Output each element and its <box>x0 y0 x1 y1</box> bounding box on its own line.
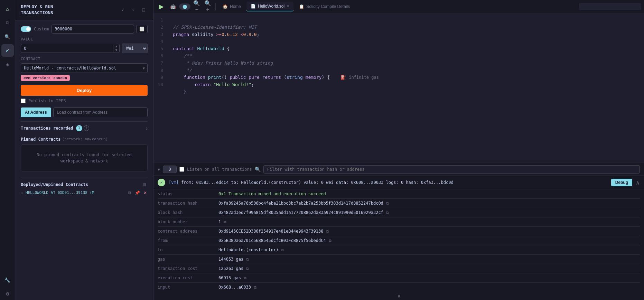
tx-toolbar: ▾ 0 Listen on all transactions 🔍 <box>153 163 644 176</box>
copy-from-icon[interactable]: ⧉ <box>329 238 332 243</box>
tx-search-icon[interactable]: 🔍 <box>255 167 261 172</box>
value-spinner: ▲ ▼ <box>113 45 119 52</box>
tx-row-blockhash: block hash 0x482ad3ed7f99a815df8035add1a… <box>158 208 640 217</box>
deployed-item-label[interactable]: HELLOWORLD AT 0XD91...39138 (M <box>26 190 125 195</box>
sidebar-icons: ⌂ ⧉ 🔍 ✔ ◈ 🔧 ⚙ <box>0 0 15 300</box>
tx-filter-input[interactable] <box>263 165 640 174</box>
debug-button[interactable]: Debug <box>611 179 632 186</box>
code-area[interactable]: 12345678910 // SPDX-License-Identifier: … <box>153 13 644 163</box>
field-input: input <box>158 285 213 290</box>
code-content: // SPDX-License-Identifier: MIT pragma s… <box>167 13 384 106</box>
field-execost: execution cost <box>158 275 213 280</box>
sidebar-icon-settings[interactable]: ⚙ <box>1 288 14 300</box>
home-tab-icon: 🏠 <box>223 4 228 9</box>
publish-row: Publish to IPFS <box>21 99 148 103</box>
value-row: ▲ ▼ Wei Gwei Ether <box>21 44 148 53</box>
listen-checkbox[interactable] <box>179 167 184 172</box>
delete-deployed-button[interactable]: ✕ <box>143 190 148 196</box>
value-blockhash: 0x482ad3ed7f99a815df8035add1a177208862da… <box>218 210 389 215</box>
sidebar-icon-files[interactable]: ⧉ <box>1 17 14 29</box>
zoom-in-icon[interactable]: 🔍+ <box>203 2 213 11</box>
tx-status-icon: ✓ <box>158 179 165 186</box>
toggle-pill[interactable]: ⬤ <box>179 3 190 10</box>
copy-blocknum-icon[interactable]: ⧉ <box>224 220 226 224</box>
pin-icon[interactable]: 📌 <box>134 190 141 196</box>
transactions-chevron[interactable]: › <box>146 125 148 131</box>
sidebar-icon-git[interactable]: ◈ <box>1 58 14 71</box>
field-txhash: transaction hash <box>158 201 213 206</box>
spinner-up[interactable]: ▲ <box>113 45 119 48</box>
custom-row: Custom ⬜ <box>21 25 148 34</box>
transactions-label: Transactions recorded <box>21 126 73 131</box>
tx-row-contractaddr: contract address 0xd9145CCE52D386f254917… <box>158 227 640 236</box>
layout-icon[interactable]: ⊡ <box>139 6 148 14</box>
run-button[interactable]: ▶ <box>156 1 167 12</box>
unit-select[interactable]: Wei Gwei Ether <box>122 44 148 53</box>
tx-collapse-button[interactable]: ∧ <box>636 179 640 186</box>
copy-to-icon[interactable]: ⧉ <box>281 248 284 252</box>
publish-label: Publish to IPFS <box>28 99 66 103</box>
arrow-icon[interactable]: › <box>129 6 137 14</box>
panel-content: Custom ⬜ VALUE ▲ ▼ Wei Gwei Ether C <box>15 20 153 206</box>
copy-contractaddr-icon[interactable]: ⧉ <box>326 229 329 234</box>
tab-compile-details[interactable]: 📋 Solidity Compile Details <box>295 2 354 11</box>
info-icon[interactable]: i <box>84 125 89 131</box>
load-contract-button[interactable]: Load contract from Address <box>53 107 148 117</box>
main-area: ▶ 🤖 ⬤ 🔍− 🔍+ 🏠 Home 📄 HelloWorld.sol ✕ 📋 … <box>153 0 644 300</box>
field-gas: gas <box>158 257 213 262</box>
panel-header: DEPLOY & RUN TRANSACTIONS ✓ › ⊡ <box>15 0 153 20</box>
expand-more-button[interactable]: ∨ <box>153 292 644 300</box>
field-blocknum: block number <box>158 219 213 224</box>
copy-execost-icon[interactable]: ⧉ <box>244 276 246 280</box>
expand-icon[interactable]: › <box>21 190 24 196</box>
contract-select[interactable]: HelloWorld - contracts/HelloWorld.sol <box>21 63 148 73</box>
copy-input-icon[interactable]: ⧉ <box>254 285 256 290</box>
panel-header-actions: ✓ › ⊡ <box>119 6 148 14</box>
tx-summary-text: from: 0x5B3...eddC4 to: HelloWorld.(cons… <box>181 180 453 185</box>
at-address-button[interactable]: At Address <box>21 107 51 117</box>
evm-badge: evm version: cancun <box>21 75 70 81</box>
value-to: HelloWorld.(constructor) ⧉ <box>218 247 284 252</box>
minimap <box>579 3 641 10</box>
transactions-section: Transactions recorded 1 i › <box>21 121 148 135</box>
custom-toggle[interactable] <box>21 26 31 32</box>
copy-txcost-icon[interactable]: ⧉ <box>246 266 249 271</box>
tab-home[interactable]: 🏠 Home <box>218 2 245 11</box>
robot-icon[interactable]: 🤖 <box>168 2 178 11</box>
tx-details-grid: status 0x1 Transaction mined and executi… <box>153 189 644 292</box>
copy-gas-icon[interactable]: ⧉ <box>246 257 249 262</box>
pinned-empty: No pinned contracts found for selected w… <box>21 144 148 171</box>
spinner-down[interactable]: ▼ <box>113 48 119 52</box>
value-txcost: 125263 gas ⧉ <box>218 266 249 271</box>
tx-row-blocknum: block number 1 ⧉ <box>158 217 640 227</box>
sidebar-icon-tools[interactable]: 🔧 <box>1 274 14 286</box>
tab-close-icon[interactable]: ✕ <box>287 4 289 8</box>
deploy-button[interactable]: Deploy <box>21 85 148 96</box>
copy-blockhash-icon[interactable]: ⧉ <box>386 210 389 215</box>
value-input[interactable] <box>21 44 113 53</box>
trash-icon[interactable]: 🗑 <box>142 181 148 188</box>
check-icon[interactable]: ✓ <box>119 6 127 14</box>
value-contractaddr: 0xd9145CCE52D386f254917e481eB44e9943F391… <box>218 229 329 234</box>
editor-tabs: ▶ 🤖 ⬤ 🔍− 🔍+ 🏠 Home 📄 HelloWorld.sol ✕ 📋 … <box>153 0 644 13</box>
sidebar-icon-deploy[interactable]: ✔ <box>1 44 14 57</box>
sidebar-icon-home[interactable]: ⌂ <box>1 3 14 15</box>
pinned-section: Pinned Contracts (network: vm-cancun) No… <box>21 135 148 176</box>
publish-checkbox[interactable] <box>21 99 26 103</box>
tab-helloworld[interactable]: 📄 HelloWorld.sol ✕ <box>246 2 293 11</box>
field-status: status <box>158 191 213 196</box>
zoom-out-icon[interactable]: 🔍− <box>192 2 202 11</box>
sidebar-icon-search[interactable]: 🔍 <box>1 30 14 43</box>
field-to: to <box>158 247 213 252</box>
compile-tab-icon: 📋 <box>299 4 304 9</box>
copy-txhash-icon[interactable]: ⧉ <box>386 201 389 206</box>
tx-row-txhash: transaction hash 0xfa39245a76b506bc4feba… <box>158 199 640 208</box>
home-tab-label: Home <box>230 4 241 9</box>
tx-row-gas: gas 144053 gas ⧉ <box>158 255 640 264</box>
copy-icon[interactable]: ⧉ <box>128 190 132 196</box>
collapse-tx-button[interactable]: ▾ <box>158 167 160 172</box>
panel-title: DEPLOY & RUN TRANSACTIONS <box>21 4 53 16</box>
gas-input[interactable] <box>52 25 134 34</box>
tx-row-from: from 0x5B38Da6a701c5688545dCfcB03FcB875f… <box>158 236 640 245</box>
field-from: from <box>158 238 213 243</box>
